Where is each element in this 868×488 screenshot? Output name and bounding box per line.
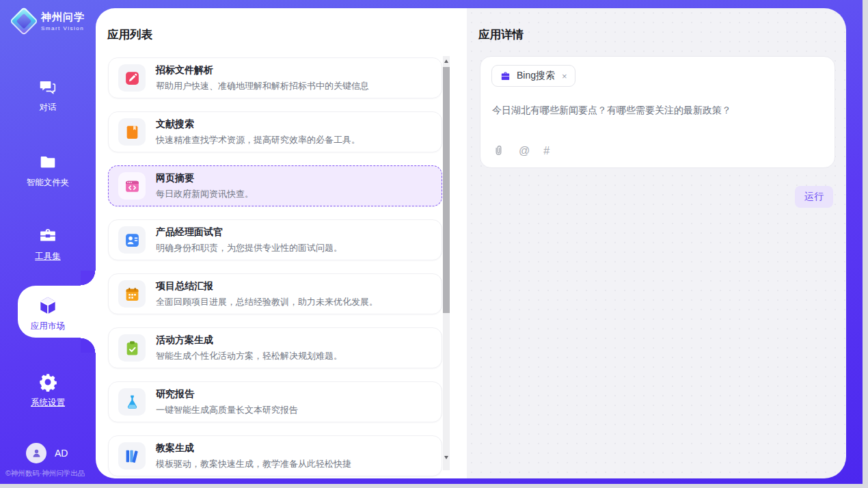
sidebar-item-toolbox[interactable]: 工具集	[0, 226, 96, 262]
market-icon	[0, 295, 96, 316]
triangle-down-icon	[444, 456, 448, 459]
brand-logo: 神州问学 Smart Vision	[14, 11, 85, 31]
app-name: 活动方案生成	[156, 334, 342, 347]
app-list-panel: 应用列表 招标文件解析帮助用户快速、准确地理解和解析招标书中的关键信息文献搜索快…	[96, 8, 467, 478]
briefcase-icon	[500, 70, 511, 82]
app-list-item[interactable]: 项目总结汇报全面回顾项目进展，总结经验教训，助力未来优化发展。	[108, 273, 442, 314]
pm-interviewer-icon	[118, 226, 146, 254]
bubble-fillet-bottom	[81, 338, 96, 353]
app-list-item[interactable]: 教案生成模板驱动，教案快速生成，教学准备从此轻松快捷	[108, 435, 442, 476]
at-icon[interactable]: @	[519, 145, 530, 157]
hash-icon[interactable]: #	[543, 145, 550, 157]
literature-search-icon	[118, 118, 146, 146]
app-detail-title: 应用详情	[478, 27, 524, 42]
scrollbar-thumb[interactable]	[443, 67, 450, 313]
person-icon	[31, 448, 42, 459]
input-toolbar: @ #	[492, 144, 550, 157]
sidebar-item-label: 智能文件夹	[0, 177, 96, 189]
prompt-card: Bing搜索 × 今日湖北有哪些新闻要点？有哪些需要关注的最新政策？ @ #	[480, 56, 835, 168]
sidebar-item-label: 系统设置	[0, 397, 96, 409]
brand-diamond-icon	[10, 7, 38, 36]
app-description: 一键智能生成高质量长文本研究报告	[156, 404, 298, 416]
app-name: 项目总结汇报	[156, 280, 378, 293]
page-background: 神州问学 Smart Vision 对话智能文件夹工具集应用市场系统设置 AD …	[0, 0, 868, 488]
prompt-input[interactable]: 今日湖北有哪些新闻要点？有哪些需要关注的最新政策？	[492, 103, 824, 118]
app-name: 网页摘要	[156, 172, 254, 185]
lesson-plan-icon	[118, 442, 146, 470]
avatar[interactable]	[26, 443, 46, 463]
run-button[interactable]: 运行	[795, 186, 833, 208]
copyright-footer: ©神州数码·神州问学出品	[5, 469, 96, 478]
brand-name: 神州问学	[41, 11, 85, 24]
app-list-item[interactable]: 文献搜索快速精准查找学术资源，提高研究效率的必备工具。	[108, 111, 442, 152]
app-description: 快速精准查找学术资源，提高研究效率的必备工具。	[156, 134, 360, 146]
tag-close-icon[interactable]: ×	[562, 71, 567, 81]
paperclip-icon[interactable]	[492, 144, 505, 157]
folder-icon	[0, 152, 96, 172]
sidebar-item-chat[interactable]: 对话	[0, 77, 96, 113]
app-list-item[interactable]: 产品经理面试官明确身份和职责，为您提供专业性的面试问题。	[108, 219, 442, 260]
app-description: 全面回顾项目进展，总结经验教训，助力未来优化发展。	[156, 296, 378, 308]
sidebar-item-label: 应用市场	[0, 321, 96, 332]
app-name: 教案生成	[156, 442, 351, 455]
sidebar-item-market[interactable]: 应用市场	[0, 295, 96, 332]
app-list-title: 应用列表	[107, 27, 152, 42]
scrollbar-down-button[interactable]	[443, 452, 450, 462]
sidebar-item-settings[interactable]: 系统设置	[0, 372, 96, 409]
app-description: 帮助用户快速、准确地理解和解析招标书中的关键信息	[156, 80, 369, 92]
sidebar: 神州问学 Smart Vision 对话智能文件夹工具集应用市场系统设置 AD …	[0, 0, 96, 484]
web-summary-icon	[118, 172, 146, 200]
app-description: 智能生成个性化活动方案，轻松解决规划难题。	[156, 350, 342, 362]
app-name: 文献搜索	[156, 118, 360, 131]
triangle-up-icon	[444, 59, 448, 63]
app-list-item[interactable]: 研究报告一键智能生成高质量长文本研究报告	[108, 381, 442, 422]
event-plan-icon	[118, 334, 146, 362]
settings-icon	[0, 372, 96, 392]
app-window: 神州问学 Smart Vision 对话智能文件夹工具集应用市场系统设置 AD …	[0, 0, 863, 484]
sidebar-item-folder[interactable]: 智能文件夹	[0, 152, 96, 189]
tag-label: Bing搜索	[517, 70, 555, 82]
app-list-item[interactable]: 网页摘要每日政府新闻资讯快查。	[108, 165, 442, 206]
scrollbar-up-button[interactable]	[443, 56, 450, 66]
brand-subtitle: Smart Vision	[41, 25, 85, 31]
user-name-label: AD	[55, 448, 68, 459]
sidebar-item-label: 工具集	[0, 251, 96, 262]
research-report-icon	[118, 388, 146, 416]
toolbox-icon	[0, 226, 96, 246]
app-list-item[interactable]: 活动方案生成智能生成个性化活动方案，轻松解决规划难题。	[108, 327, 442, 368]
user-account[interactable]: AD	[26, 443, 68, 463]
scrollbar[interactable]	[443, 56, 450, 470]
app-name: 研究报告	[156, 388, 298, 401]
tool-tag-bing-search[interactable]: Bing搜索 ×	[491, 65, 575, 87]
chat-icon	[0, 77, 96, 97]
sidebar-item-label: 对话	[0, 102, 96, 113]
app-list-item[interactable]: 招标文件解析帮助用户快速、准确地理解和解析招标书中的关键信息	[108, 57, 442, 98]
app-name: 招标文件解析	[156, 64, 369, 77]
app-description: 模板驱动，教案快速生成，教学准备从此轻松快捷	[156, 458, 351, 470]
app-description: 每日政府新闻资讯快查。	[156, 188, 254, 200]
app-detail-panel: 应用详情 Bing搜索 × 今日湖北有哪些新闻要点？有哪些需要关注的最新政策？ …	[467, 8, 846, 478]
app-list: 招标文件解析帮助用户快速、准确地理解和解析招标书中的关键信息文献搜索快速精准查找…	[108, 57, 442, 478]
app-name: 产品经理面试官	[156, 226, 342, 239]
app-description: 明确身份和职责，为您提供专业性的面试问题。	[156, 242, 342, 254]
project-report-icon	[118, 280, 146, 308]
tender-parse-icon	[118, 64, 146, 92]
bubble-fillet-top	[81, 271, 96, 286]
